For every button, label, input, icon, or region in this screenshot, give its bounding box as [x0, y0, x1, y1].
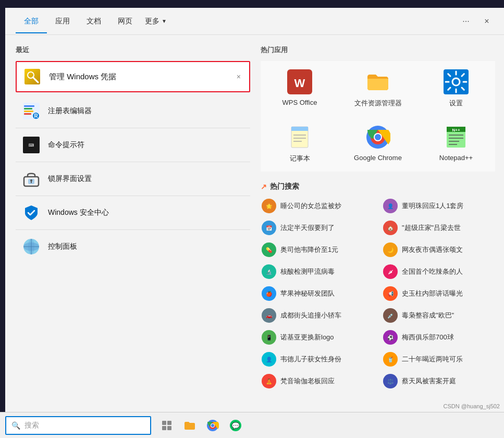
lock-screen-label: 锁屏界面设置 — [48, 174, 92, 184]
hot-apps-grid: W WPS Office 文件资源管理器 — [261, 61, 495, 172]
taskbar: 🔍 搜索 — [0, 412, 504, 438]
nav-actions: ··· × — [458, 13, 495, 30]
credential-manager-label: 管理 Windows 凭据 — [49, 72, 235, 82]
tab-all[interactable]: 全部 — [16, 9, 47, 33]
taskbar-search-box[interactable]: 🔍 搜索 — [5, 416, 151, 435]
registry-editor-label: 注册表编辑器 — [48, 106, 92, 116]
taskbar-taskview-button[interactable] — [156, 415, 177, 436]
hot-search-item-13[interactable]: ⚽ 梅西俱乐部700球 — [382, 328, 495, 347]
hot-search-item-14[interactable]: 👤 韦德儿子获女性身份 — [261, 350, 374, 369]
hot-search-avatar-15: 🥤 — [383, 352, 398, 367]
recent-item-windows-security[interactable]: Windows 安全中心 — [16, 198, 250, 227]
hot-search-item-9[interactable]: 📢 史玉柱内部讲话曝光 — [382, 284, 495, 303]
right-column: 热门应用 W WPS Office — [261, 45, 495, 415]
svg-rect-4 — [34, 79, 36, 80]
hot-search-text-15: 二十年喝近两吨可乐 — [402, 355, 463, 364]
registry-editor-icon: R — [22, 102, 41, 120]
ellipsis-button[interactable]: ··· — [458, 13, 474, 30]
app-settings[interactable]: 设置 — [417, 61, 495, 116]
settings-icon — [444, 69, 469, 94]
hot-search-item-17[interactable]: ⚖️ 蔡天凤被害案开庭 — [382, 372, 495, 391]
taskbar-folder-icon — [183, 419, 196, 432]
taskbar-chat-button[interactable]: 💬 — [225, 415, 246, 436]
svg-point-34 — [375, 134, 381, 140]
hot-search-text-17: 蔡天凤被害案开庭 — [402, 376, 456, 386]
control-panel-icon — [22, 237, 41, 256]
hot-search-grid: 🌟 睡公司的女总监被炒 👤 董明珠回应1人1套房 📅 法定半天假要到了 🏠 "超… — [261, 197, 495, 391]
cmd-label: 命令提示符 — [48, 140, 84, 150]
recent-title: 最近 — [16, 45, 250, 55]
hot-search-item-0[interactable]: 🌟 睡公司的女总监被炒 — [261, 197, 374, 215]
hot-search-avatar-2: 📅 — [262, 221, 276, 235]
credential-svg-icon — [23, 68, 41, 86]
hot-search-item-11[interactable]: 💉 毒枭整容成"欧巴" — [382, 306, 495, 325]
hot-search-item-15[interactable]: 🥤 二十年喝近两吨可乐 — [382, 350, 495, 369]
tab-web[interactable]: 网页 — [109, 9, 141, 33]
hot-search-avatar-4: 💊 — [262, 242, 276, 257]
taskbar-file-explorer-button[interactable] — [179, 415, 200, 436]
hot-search-text-0: 睡公司的女总监被炒 — [280, 201, 341, 211]
svg-rect-9 — [24, 111, 33, 112]
hot-search-avatar-8: 🍎 — [262, 286, 276, 301]
app-wps-office[interactable]: W WPS Office — [261, 61, 339, 116]
tab-docs[interactable]: 文档 — [78, 9, 109, 33]
hot-search-avatar-7: 🌶 — [383, 264, 398, 279]
windows-security-label: Windows 安全中心 — [48, 208, 109, 217]
hot-search-item-16[interactable]: 🧘 梵音瑜伽老板回应 — [261, 372, 374, 391]
control-panel-label: 控制面板 — [48, 242, 77, 251]
recent-item-registry-editor[interactable]: R 注册表编辑器 — [16, 96, 250, 126]
close-button[interactable]: × — [478, 13, 495, 30]
app-file-explorer[interactable]: 文件资源管理器 — [339, 61, 417, 116]
svg-text:R: R — [34, 113, 38, 119]
svg-rect-44 — [162, 426, 166, 430]
hot-search-item-2[interactable]: 📅 法定半天假要到了 — [261, 218, 374, 237]
nav-tabs: 全部 应用 文档 网页 更多 ▼ ··· × — [5, 8, 504, 35]
hot-search-avatar-14: 👤 — [262, 352, 276, 367]
content-area: 最近 — [5, 35, 504, 425]
notepadpp-label: Notepad++ — [439, 154, 473, 162]
hot-search-text-16: 梵音瑜伽老板回应 — [280, 376, 335, 386]
taskview-icon — [162, 420, 172, 431]
hot-search-item-7[interactable]: 🌶 全国首个吃辣条的人 — [382, 262, 495, 281]
separator-4 — [16, 229, 250, 230]
wps-office-label: WPS Office — [282, 99, 317, 106]
hot-search-item-6[interactable]: 🔬 核酸检测甲流病毒 — [261, 262, 374, 281]
hot-search-item-1[interactable]: 👤 董明珠回应1人1套房 — [382, 197, 495, 215]
tab-apps[interactable]: 应用 — [47, 9, 78, 33]
hot-search-avatar-6: 🔬 — [262, 264, 276, 279]
hot-search-item-3[interactable]: 🏠 "超级庄家"吕梁去世 — [382, 218, 495, 237]
tab-more[interactable]: 更多 ▼ — [141, 9, 171, 33]
chevron-down-icon: ▼ — [162, 18, 167, 24]
recent-item-credential-manager[interactable]: 管理 Windows 凭据 × — [16, 61, 250, 92]
lock-screen-icon — [22, 169, 41, 188]
left-column: 最近 — [16, 45, 250, 415]
svg-rect-5 — [36, 81, 38, 82]
svg-rect-10 — [24, 113, 31, 115]
app-notepad[interactable]: 记事本 — [261, 116, 339, 172]
remove-credential-manager-button[interactable]: × — [235, 70, 243, 83]
hot-search-item-4[interactable]: 💊 奥司他韦降价至1元 — [261, 240, 374, 259]
taskbar-chrome-button[interactable] — [202, 415, 223, 436]
hot-search-text-4: 奥司他韦降价至1元 — [280, 245, 338, 254]
hot-search-item-12[interactable]: 📱 诺基亚更换新logo — [261, 328, 374, 347]
windows-security-icon — [22, 203, 41, 222]
hot-search-avatar-3: 🏠 — [383, 221, 398, 235]
app-google-chrome[interactable]: Google Chrome — [339, 116, 417, 172]
hot-search-item-8[interactable]: 🍎 苹果神秘研发团队 — [261, 284, 374, 303]
recent-item-lock-screen[interactable]: 锁屏界面设置 — [16, 164, 250, 193]
hot-search-avatar-17: ⚖️ — [383, 374, 398, 388]
app-notepadpp[interactable]: N++ Notepad++ — [417, 116, 495, 172]
taskbar-icons: 💬 — [156, 415, 246, 436]
hot-search-item-10[interactable]: 🚗 成都街头追撞小轿车 — [261, 306, 374, 325]
hot-search-item-5[interactable]: 🌙 网友夜市偶遇张颂文 — [382, 240, 495, 259]
wps-svg-icon: W — [287, 69, 312, 94]
separator-3 — [16, 196, 250, 196]
hot-search-avatar-0: 🌟 — [262, 199, 276, 213]
hot-search-text-12: 诺基亚更换新logo — [280, 333, 334, 342]
svg-rect-7 — [24, 105, 34, 107]
recent-item-cmd[interactable]: ⌨ 命令提示符 — [16, 130, 250, 160]
hot-search-text-6: 核酸检测甲流病毒 — [280, 267, 335, 276]
hot-search-text-5: 网友夜市偶遇张颂文 — [402, 245, 463, 254]
recent-item-control-panel[interactable]: 控制面板 — [16, 232, 250, 261]
notepad-label: 记事本 — [290, 154, 310, 163]
